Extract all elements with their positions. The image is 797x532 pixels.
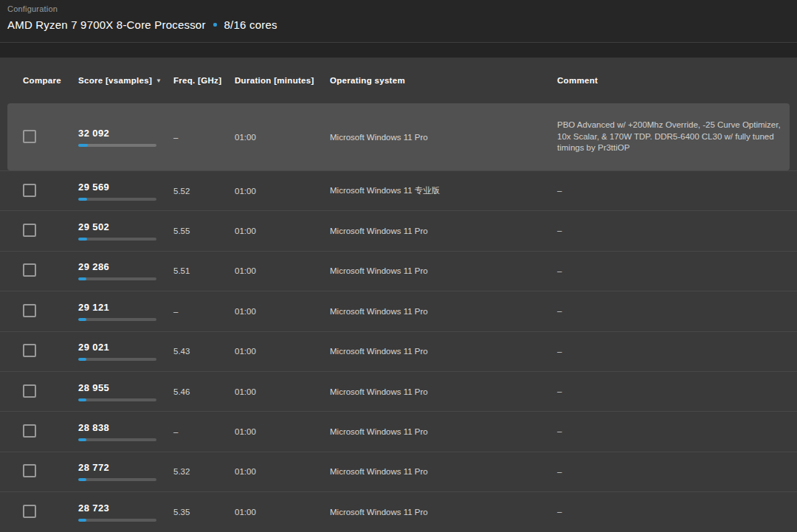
duration-value: 01:00	[235, 227, 330, 235]
compare-checkbox[interactable]	[23, 424, 36, 438]
cores-label: 8/16 cores	[224, 18, 277, 31]
table-row[interactable]: 29 286 5.51 01:00 Microsoft Windows 11 P…	[0, 251, 797, 291]
comment-value: –	[557, 346, 795, 358]
score-value: 32 092	[78, 128, 173, 139]
frequency-value: 5.46	[173, 387, 235, 396]
score-bar-fill	[78, 478, 86, 481]
score-value: 29 021	[78, 342, 173, 353]
frequency-value: 5.35	[173, 508, 235, 517]
score-cell: 28 723	[78, 502, 173, 522]
configuration-header: Configuration AMD Ryzen 7 9700X 8-Core P…	[0, 0, 797, 42]
column-header-os: Operating system	[330, 76, 557, 85]
score-value: 28 955	[78, 382, 173, 393]
os-value: Microsoft Windows 11 Pro	[330, 467, 557, 476]
score-bar	[78, 398, 156, 401]
frequency-value: –	[173, 427, 235, 436]
compare-checkbox[interactable]	[23, 344, 36, 357]
score-bar-fill	[78, 519, 86, 522]
table-row[interactable]: 29 021 5.43 01:00 Microsoft Windows 11 P…	[0, 331, 797, 371]
table-body: 32 092 – 01:00 Microsoft Windows 11 Pro …	[0, 103, 797, 532]
score-value: 28 723	[78, 502, 173, 514]
compare-cell	[23, 505, 78, 519]
compare-cell	[23, 464, 78, 479]
compare-cell	[23, 424, 78, 439]
comment-value: –	[557, 225, 795, 237]
score-bar-fill	[78, 358, 86, 361]
table-row[interactable]: 32 092 – 01:00 Microsoft Windows 11 Pro …	[7, 103, 790, 170]
score-bar	[78, 238, 156, 241]
score-value: 29 286	[78, 261, 173, 272]
score-bar	[78, 318, 156, 321]
score-bar-fill	[78, 318, 86, 321]
configuration-label: Configuration	[7, 4, 797, 13]
compare-checkbox[interactable]	[23, 384, 36, 398]
score-value: 29 569	[78, 182, 173, 193]
score-cell: 28 838	[78, 422, 173, 441]
column-header-score[interactable]: Score [vsamples]▼	[78, 76, 173, 85]
comment-value: PBO Advanced w/ +200Mhz Override, -25 Cu…	[557, 120, 790, 154]
score-cell: 28 955	[78, 382, 173, 401]
score-bar-fill	[78, 438, 86, 441]
os-value: Microsoft Windows 11 Pro	[330, 427, 557, 436]
os-value: Microsoft Windows 11 Pro	[330, 227, 557, 235]
score-bar-fill	[78, 144, 88, 147]
table-row[interactable]: 28 838 – 01:00 Microsoft Windows 11 Pro …	[0, 411, 797, 451]
duration-value: 01:00	[235, 467, 330, 476]
os-value: Microsoft Windows 11 Pro	[330, 133, 557, 142]
score-value: 28 838	[78, 422, 173, 433]
comment-value: –	[557, 506, 795, 518]
compare-checkbox[interactable]	[23, 304, 36, 317]
score-bar-fill	[78, 277, 86, 280]
os-value: Microsoft Windows 11 专业版	[330, 185, 557, 196]
score-bar-fill	[78, 198, 87, 201]
compare-cell	[23, 224, 78, 238]
os-value: Microsoft Windows 11 Pro	[330, 347, 557, 356]
sort-descending-icon[interactable]: ▼	[156, 77, 162, 84]
compare-checkbox[interactable]	[23, 505, 36, 518]
table-row[interactable]: 28 723 5.35 01:00 Microsoft Windows 11 P…	[0, 491, 797, 531]
frequency-value: 5.55	[173, 227, 235, 235]
score-cell: 29 502	[78, 221, 173, 241]
compare-cell	[23, 344, 78, 359]
compare-cell	[23, 130, 78, 145]
score-bar	[78, 519, 156, 522]
table-row[interactable]: 29 569 5.52 01:00 Microsoft Windows 11 专…	[0, 170, 797, 210]
duration-value: 01:00	[235, 347, 330, 356]
comment-value: –	[557, 266, 795, 277]
comment-value: –	[557, 426, 795, 438]
frequency-value: 5.32	[173, 467, 235, 476]
score-cell: 32 092	[78, 128, 173, 147]
compare-checkbox[interactable]	[23, 130, 36, 143]
benchmark-results-page: Configuration AMD Ryzen 7 9700X 8-Core P…	[0, 0, 797, 532]
os-value: Microsoft Windows 11 Pro	[330, 266, 557, 275]
score-bar	[78, 198, 156, 201]
duration-value: 01:00	[235, 266, 330, 275]
score-bar	[78, 358, 156, 361]
duration-value: 01:00	[235, 508, 330, 517]
compare-checkbox[interactable]	[23, 224, 36, 237]
os-value: Microsoft Windows 11 Pro	[330, 387, 557, 396]
table-row[interactable]: 29 121 – 01:00 Microsoft Windows 11 Pro …	[0, 291, 797, 331]
score-value: 28 772	[78, 462, 173, 473]
score-cell: 29 021	[78, 342, 173, 361]
score-bar	[78, 438, 156, 441]
table-row[interactable]: 29 502 5.55 01:00 Microsoft Windows 11 P…	[0, 210, 797, 250]
compare-checkbox[interactable]	[23, 184, 36, 197]
compare-checkbox[interactable]	[23, 263, 36, 277]
table-row[interactable]: 28 955 5.46 01:00 Microsoft Windows 11 P…	[0, 371, 797, 411]
os-value: Microsoft Windows 11 Pro	[330, 307, 557, 316]
comment-value: –	[557, 386, 795, 398]
compare-checkbox[interactable]	[23, 464, 36, 477]
score-bar-fill	[78, 238, 87, 241]
score-bar	[78, 144, 156, 147]
column-header-comment: Comment	[557, 76, 795, 85]
toolbar-band	[0, 42, 797, 58]
column-header-compare: Compare	[23, 76, 78, 85]
frequency-value: 5.43	[173, 347, 235, 356]
table-row[interactable]: 28 772 5.32 01:00 Microsoft Windows 11 P…	[0, 452, 797, 491]
compare-cell	[23, 384, 78, 399]
duration-value: 01:00	[235, 427, 330, 436]
comment-value: –	[557, 466, 795, 478]
column-header-duration: Duration [minutes]	[235, 76, 330, 85]
separator-dot-icon	[213, 23, 217, 27]
